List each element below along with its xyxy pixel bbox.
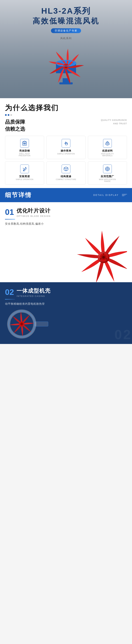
dot-3 [10,114,12,116]
badge-text: 空调设备生产专家 [55,29,77,32]
blade-num-row: 01 优化叶片设计 OPTIMIZE BLADE DESIGN [5,207,127,217]
blade-desc: 安全系数高,结构强度高,偏差小 [5,222,127,226]
svg-rect-12 [24,143,25,144]
casing-section: 02 一体成型机壳 INTEGRATED CASING 动平衡精确校准内置电机散… [0,282,132,344]
casing-underline [5,299,15,300]
svg-point-34 [102,256,105,258]
feature-name-en-4: SIMPLE OPERATION [7,178,42,180]
feature-name-zh-1: 壳体防锈 [7,149,42,152]
svg-point-22 [106,168,109,170]
casing-num-row: 02 一体成型机壳 INTEGRATED CASING [5,287,127,297]
feature-card-5: 结构紧凑 COMPACT STRUCTURE [46,162,86,185]
svg-rect-4 [59,82,73,84]
box-icon [62,164,70,173]
hero-section: HL3-2A系列 高效低噪混流风机 空调设备生产专家 风机系列 [0,0,132,98]
circle-dots-icon [103,164,112,173]
why-dots [5,114,127,116]
blade-title-zh: 优化叶片设计 [17,207,51,214]
fan-svg [41,43,91,93]
casing-title-en: INTEGRATED CASING [17,295,51,297]
casing-svg [5,309,52,339]
svg-rect-13 [25,143,26,144]
svg-rect-37 [35,322,48,326]
feature-name-en-3: HIGH QUALITYMATERIALS [90,153,125,156]
casing-title-zh: 一体成型机壳 [17,287,51,294]
quality-line1: 品质保障 [5,118,25,126]
feature-card-6: 应用范围广 WIDE APPLICATIONRANGE [88,162,127,185]
detail-divider [122,194,127,196]
svg-rect-14 [24,144,25,145]
feature-name-zh-5: 结构紧凑 [48,175,84,178]
hero-title-line2: 高效低噪混流风机 [3,16,129,26]
detail-title-en: DETAIL DISPLAY [93,194,119,196]
building-icon [20,139,29,148]
series-label: 风机系列 [3,37,129,40]
svg-line-19 [23,168,24,169]
feature-name-zh-3: 优质材料 [90,149,125,152]
dot-1 [5,114,7,116]
feature-card-3: 优质材料 HIGH QUALITYMATERIALS [88,136,127,159]
blade-fan-svg [57,229,127,282]
dot-2 [8,114,9,116]
svg-point-32 [106,258,107,260]
gear-icon [103,139,112,148]
quality-zh: 品质保障 信赖之选 [5,118,25,132]
feature-name-en-5: COMPACT STRUCTURE [48,178,84,180]
quality-row: 品质保障 信赖之选 QUALITY ASSURANCE AND TRUST [5,118,127,132]
svg-point-33 [100,258,101,260]
feature-name-en-6: WIDE APPLICATIONRANGE [90,178,125,182]
blade-underline [5,219,15,220]
feature-name-zh-4: 安装简便 [7,175,42,178]
why-heading: 为什么选择我们 [5,103,127,112]
blade-title-en: OPTIMIZE BLADE DESIGN [17,215,51,217]
feature-card-2: 操作简单 SIMPLE OPERATION [46,136,86,159]
detail-header: 细节详情 DETAIL DISPLAY [0,188,132,202]
casing-num: 02 [5,288,14,296]
why-section: 为什么选择我们 品质保障 信赖之选 QUALITY ASSURANCE AND … [0,98,132,188]
feature-name-en-2: SIMPLE OPERATION [48,153,84,155]
feature-name-zh-2: 操作简单 [48,149,84,152]
feature-name-en-1: SHELL RUSTPREVENTION [7,153,42,156]
hand-icon [62,139,70,148]
quality-line2: 信赖之选 [5,126,25,132]
blade-image [5,229,127,282]
fan-image [38,42,94,95]
feature-card-1: 壳体防锈 SHELL RUSTPREVENTION [5,136,44,159]
hero-title-line1: HL3-2A系列 [3,7,129,16]
quality-en: QUALITY ASSURANCE AND TRUST [101,118,127,126]
feature-card-4: 安装简便 SIMPLE OPERATION [5,162,44,185]
blade-num: 01 [5,208,14,216]
casing-desc: 动平衡精确校准内置电机散热管 [5,302,127,306]
detail-title-zh: 细节详情 [5,191,32,199]
svg-point-40 [21,323,23,325]
casing-image [5,309,127,339]
feature-grid: 壳体防锈 SHELL RUSTPREVENTION 操作简单 SIMPLE OP… [5,136,127,185]
blade-section: 01 优化叶片设计 OPTIMIZE BLADE DESIGN 安全系数高,结构… [0,202,132,282]
svg-rect-11 [23,143,24,144]
svg-point-23 [107,168,108,170]
svg-point-31 [103,253,104,254]
wrench-icon [20,164,29,173]
svg-point-17 [107,142,108,144]
feature-name-zh-6: 应用范围广 [90,175,125,178]
badge-container: 空调设备生产专家 [51,28,81,33]
